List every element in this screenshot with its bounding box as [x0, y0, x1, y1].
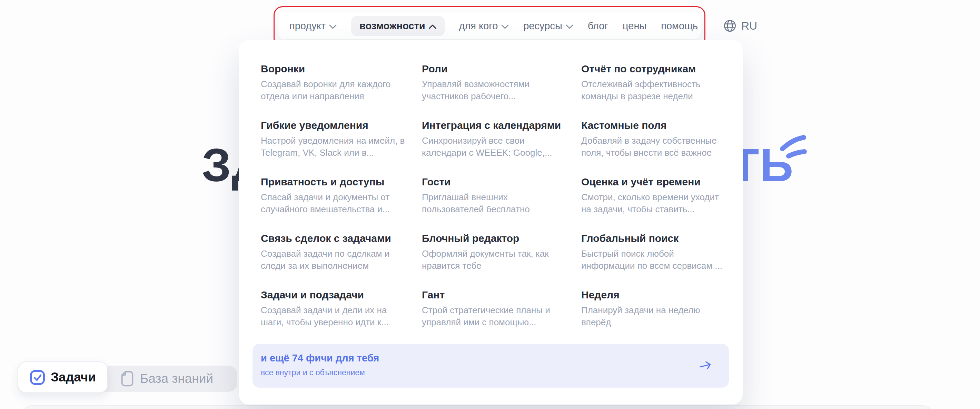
nav-item-label: цены — [623, 20, 646, 32]
tab-label: База знаний — [140, 371, 213, 386]
menu-item-gantt[interactable]: Гант Строй стратегические планы и управл… — [422, 289, 581, 345]
chevron-down-icon — [566, 24, 573, 29]
nav-item-label: помощь — [661, 20, 698, 32]
features-grid: Воронки Создавай воронки для каждого отд… — [261, 63, 732, 345]
menu-item-description: Смотри, сколько времени уходит на задачи… — [581, 191, 725, 216]
features-dropdown-panel: Воронки Создавай воронки для каждого отд… — [239, 40, 743, 404]
nav-item-product[interactable]: продукт — [290, 20, 337, 32]
nav-item-help[interactable]: помощь — [661, 20, 698, 32]
menu-item-description: Синхронизируй все свои календари с WEEEK… — [422, 135, 566, 159]
menu-item-description: Создавай задачи по сделкам и следи за их… — [261, 248, 405, 272]
nav-item-label: для кого — [459, 20, 498, 32]
menu-item-title: Интеграция с календарями — [422, 119, 581, 132]
chevron-down-icon — [329, 24, 337, 29]
hero-accent-strokes-icon — [778, 135, 807, 159]
chevron-up-icon — [429, 24, 436, 29]
tab-tasks[interactable]: Задачи — [18, 361, 108, 393]
menu-item-title: Задачи и подзадачи — [261, 289, 422, 301]
menu-item-title: Воронки — [261, 63, 422, 75]
nav-item-label: ресурсы — [523, 20, 562, 32]
checkbox-icon — [30, 370, 45, 385]
menu-item-custom-fields[interactable]: Кастомные поля Добавляй в задачу собстве… — [581, 119, 732, 176]
menu-item-employee-report[interactable]: Отчёт по сотрудникам Отслеживай эффектив… — [581, 63, 732, 119]
menu-item-title: Неделя — [581, 289, 732, 301]
menu-item-description: Спасай задачи и документы от случайного … — [261, 191, 405, 216]
banner-subtitle: все внутри и с объяснением — [261, 368, 365, 377]
menu-item-title: Роли — [422, 63, 581, 75]
nav-item-blog[interactable]: блог — [588, 20, 608, 32]
menu-item-description: Быстрый поиск любой информации по всем с… — [581, 248, 725, 272]
chevron-down-icon — [501, 24, 509, 29]
menu-item-flexible-notifications[interactable]: Гибкие уведомления Настрой уведомления н… — [261, 119, 422, 176]
menu-item-title: Гости — [422, 176, 581, 188]
menu-item-description: Оформляй документы так, как нравится теб… — [422, 248, 566, 272]
app-preview-panel — [22, 405, 933, 409]
nav-item-for-whom[interactable]: для кого — [459, 20, 509, 32]
page: ЗД ТЬ продукт возможности для кого — [0, 0, 980, 409]
menu-item-privacy-access[interactable]: Приватность и доступы Спасай задачи и до… — [261, 176, 422, 232]
menu-item-title: Глобальный поиск — [581, 232, 732, 245]
menu-item-title: Оценка и учёт времени — [581, 176, 732, 188]
menu-item-description: Настрой уведомления на имейл, в Telegram… — [261, 135, 405, 159]
menu-item-description: Планируй задачи на неделю вперёд — [581, 304, 725, 328]
menu-item-title: Блочный редактор — [422, 232, 581, 245]
tab-knowledge-base[interactable]: База знаний — [116, 366, 218, 392]
nav-item-label: продукт — [290, 20, 326, 32]
nav-item-features[interactable]: возможности — [351, 16, 444, 36]
nav-item-pricing[interactable]: цены — [623, 20, 646, 32]
menu-item-description: Приглашай внешних пользователей бесплатн… — [422, 191, 566, 216]
arrow-right-icon — [697, 359, 714, 373]
menu-item-title: Кастомные поля — [581, 119, 732, 132]
menu-item-calendar-integration[interactable]: Интеграция с календарями Синхронизируй в… — [422, 119, 581, 176]
menu-item-funnels[interactable]: Воронки Создавай воронки для каждого отд… — [261, 63, 422, 119]
menu-item-week[interactable]: Неделя Планируй задачи на неделю вперёд — [581, 289, 732, 345]
menu-item-description: Добавляй в задачу собственные поля, чтоб… — [581, 135, 725, 159]
globe-icon — [723, 19, 737, 33]
language-label: RU — [741, 20, 757, 32]
menu-item-description: Управляй возможностями участников рабоче… — [422, 78, 566, 102]
menu-item-description: Создавай воронки для каждого отдела или … — [261, 78, 405, 102]
nav-item-resources[interactable]: ресурсы — [523, 20, 573, 32]
menu-item-block-editor[interactable]: Блочный редактор Оформляй документы так,… — [422, 232, 581, 289]
language-switcher[interactable]: RU — [723, 13, 757, 39]
menu-item-global-search[interactable]: Глобальный поиск Быстрый поиск любой инф… — [581, 232, 732, 289]
top-navbar: продукт возможности для кого ресурсы бло… — [278, 13, 701, 39]
menu-item-description: Строй стратегические планы и управляй им… — [422, 304, 566, 328]
menu-item-title: Гант — [422, 289, 581, 301]
tab-label: Задачи — [51, 370, 96, 385]
menu-item-title: Связь сделок с задачами — [261, 232, 422, 245]
nav-item-label: возможности — [360, 20, 425, 32]
all-features-banner[interactable]: и ещё 74 фичи для тебя все внутри и с об… — [253, 344, 729, 388]
menu-item-time-tracking[interactable]: Оценка и учёт времени Смотри, сколько вр… — [581, 176, 732, 232]
menu-item-description: Отслеживай эффективность команды в разре… — [581, 78, 725, 102]
nav-item-label: блог — [588, 20, 608, 32]
menu-item-deals-tasks-link[interactable]: Связь сделок с задачами Создавай задачи … — [261, 232, 422, 289]
menu-item-guests[interactable]: Гости Приглашай внешних пользователей бе… — [422, 176, 581, 232]
menu-item-description: Создавай задачи и дели их на шаги, чтобы… — [261, 304, 405, 328]
menu-item-title: Отчёт по сотрудникам — [581, 63, 732, 75]
menu-item-title: Гибкие уведомления — [261, 119, 422, 132]
menu-item-roles[interactable]: Роли Управляй возможностями участников р… — [422, 63, 581, 119]
menu-item-title: Приватность и доступы — [261, 176, 422, 188]
document-icon — [121, 371, 134, 387]
menu-item-tasks-subtasks[interactable]: Задачи и подзадачи Создавай задачи и дел… — [261, 289, 422, 345]
banner-title: и ещё 74 фичи для тебя — [261, 352, 379, 364]
